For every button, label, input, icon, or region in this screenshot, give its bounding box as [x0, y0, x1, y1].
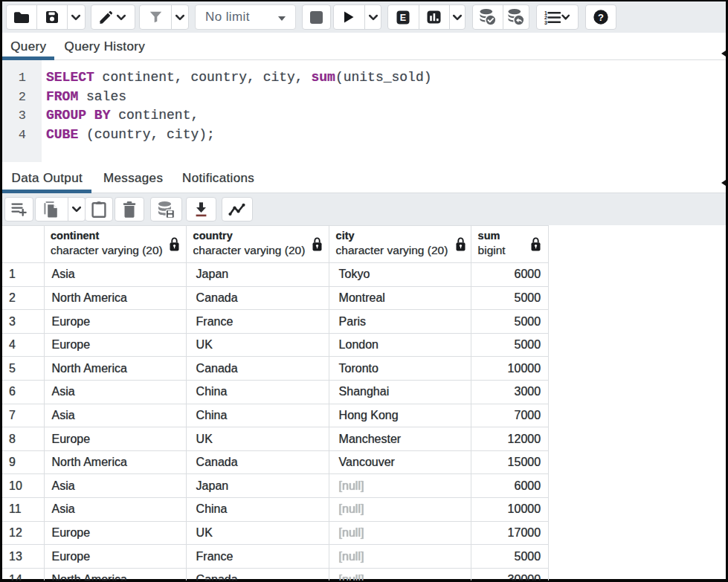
svg-text:E: E — [400, 13, 406, 23]
svg-text:?: ? — [598, 12, 604, 23]
svg-text:3: 3 — [544, 19, 547, 24]
